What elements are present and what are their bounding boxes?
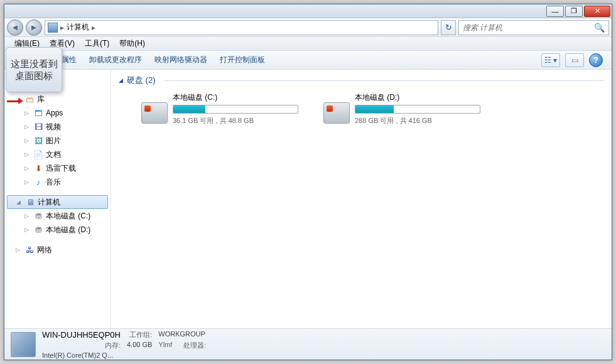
- menu-tools[interactable]: 工具(T): [85, 38, 109, 49]
- title-bar: — ❐ ✕: [4, 4, 612, 18]
- expand-icon: ▷: [24, 110, 31, 116]
- sidebar-item-music[interactable]: ▷ ♪ 音乐: [4, 175, 111, 189]
- cpu-value: Intel(R) Core(TM)2 Q...: [42, 351, 121, 359]
- sidebar-item-label: 音乐: [46, 177, 61, 188]
- computer-name: WIN-DUJHH5EQP0H: [42, 330, 121, 340]
- hard-disk-icon: [323, 102, 350, 124]
- disk-usage-bar: [173, 105, 298, 114]
- sidebar-item-label: 迅雷下载: [46, 163, 76, 174]
- expand-icon: ▷: [24, 227, 31, 233]
- view-options-button[interactable]: ☷ ▾: [541, 53, 560, 67]
- download-icon: ⬇: [33, 163, 43, 173]
- expand-icon: ▷: [24, 179, 31, 185]
- annotation-note: 这里没看到桌面图标: [6, 47, 62, 92]
- open-control-panel-button[interactable]: 打开控制面板: [220, 55, 265, 65]
- disk-icon: ⛃: [33, 225, 43, 235]
- breadcrumb-computer[interactable]: 计算机: [67, 22, 89, 33]
- explorer-window: — ❐ ✕ ◄ ► ▸ 计算机 ▸ ↻ 🔍 编辑(E) 查看(V) 工具(T) …: [4, 4, 612, 360]
- sidebar-item-label: Apps: [46, 109, 63, 117]
- memory-value: 4.00 GB: [127, 341, 152, 350]
- sidebar-item-apps[interactable]: ▷ 🗔 Apps: [4, 106, 111, 120]
- workgroup-value: WORKGROUP: [158, 330, 177, 340]
- address-bar[interactable]: ▸ 计算机 ▸: [45, 20, 438, 35]
- sidebar-item-network[interactable]: ▷ 🖧 网络: [4, 243, 111, 257]
- preview-pane-button[interactable]: ▭: [565, 53, 584, 67]
- search-icon[interactable]: 🔍: [594, 23, 605, 33]
- computer-large-icon: [11, 332, 36, 357]
- sidebar-item-disk-c[interactable]: ▷ ⛃ 本地磁盘 (C:): [4, 209, 111, 223]
- sidebar-item-label: 计算机: [38, 197, 60, 208]
- command-bar: 组织 ▾ 系统属性 卸载或更改程序 映射网络驱动器 打开控制面板 ☷ ▾ ▭ ?: [4, 51, 612, 70]
- video-icon: 🎞: [33, 122, 43, 132]
- nav-row: ◄ ► ▸ 计算机 ▸ ↻ 🔍: [4, 18, 612, 37]
- search-input[interactable]: [463, 23, 594, 32]
- documents-icon: 📄: [33, 149, 43, 159]
- drive-name: 本地磁盘 (D:): [355, 92, 487, 103]
- details-pane: WIN-DUJHH5EQP0H 工作组: WORKGROUP 内存: 4.00 …: [4, 328, 612, 360]
- computer-sub: Ylmf: [158, 341, 177, 350]
- menu-help[interactable]: 帮助(H): [119, 38, 145, 49]
- computer-icon: [48, 23, 58, 33]
- sidebar-item-label: 网络: [37, 245, 52, 255]
- drive-name: 本地磁盘 (C:): [173, 92, 305, 103]
- expand-icon: ▷: [16, 247, 22, 253]
- sidebar-item-disk-d[interactable]: ▷ ⛃ 本地磁盘 (D:): [4, 223, 111, 237]
- section-header-hdd[interactable]: ◢ 硬盘 (2): [119, 75, 604, 86]
- music-icon: ♪: [33, 177, 43, 187]
- cpu-label: 处理器:: [183, 341, 206, 350]
- maximize-button[interactable]: ❐: [565, 6, 583, 17]
- collapse-icon: ◢: [119, 77, 123, 83]
- sidebar-item-label: 库: [37, 94, 45, 105]
- expand-icon: ▷: [24, 151, 31, 158]
- breadcrumb-sep: ▸: [60, 23, 64, 32]
- sidebar-item-label: 视频: [46, 122, 61, 132]
- breadcrumb-sep: ▸: [92, 23, 95, 32]
- computer-icon: 🖥: [25, 197, 35, 207]
- expand-icon: ▷: [24, 165, 31, 171]
- expand-icon: ◢: [16, 199, 23, 205]
- hard-disk-icon: [141, 102, 168, 124]
- expand-icon: ▷: [24, 213, 31, 219]
- drive-item[interactable]: 本地磁盘 (C:)36.1 GB 可用 , 共 48.8 GB: [141, 92, 305, 126]
- sidebar-item-download[interactable]: ▷ ⬇ 迅雷下载: [4, 161, 111, 175]
- navigation-pane: ▷ ★ 收藏夹 ◢ 🗃 库 ▷ 🗔 Apps ▷ 🎞: [4, 70, 111, 328]
- menu-bar: 编辑(E) 查看(V) 工具(T) 帮助(H): [4, 37, 612, 51]
- section-title: 硬盘 (2): [127, 75, 156, 86]
- back-button[interactable]: ◄: [7, 19, 23, 36]
- refresh-button[interactable]: ↻: [441, 20, 456, 35]
- sidebar-item-video[interactable]: ▷ 🎞 视频: [4, 120, 111, 134]
- expand-icon: ▷: [24, 137, 31, 144]
- sidebar-item-label: 文档: [46, 149, 61, 160]
- disk-icon: ⛃: [33, 211, 43, 221]
- sidebar-item-label: 本地磁盘 (C:): [46, 211, 90, 222]
- annotation-arrow-icon: [7, 98, 22, 105]
- sidebar-item-label: 本地磁盘 (D:): [46, 225, 90, 235]
- memory-label: 内存:: [42, 341, 121, 350]
- network-icon: 🖧: [24, 245, 35, 255]
- minimize-button[interactable]: —: [546, 6, 564, 17]
- drive-item[interactable]: 本地磁盘 (D:)288 GB 可用 , 共 416 GB: [323, 92, 487, 126]
- sidebar-item-computer[interactable]: ◢ 🖥 计算机: [7, 195, 108, 209]
- close-button[interactable]: ✕: [584, 6, 610, 17]
- expand-icon: ▷: [24, 124, 31, 130]
- forward-button[interactable]: ►: [26, 19, 42, 36]
- uninstall-program-button[interactable]: 卸载或更改程序: [89, 55, 142, 65]
- help-icon[interactable]: ?: [589, 53, 603, 67]
- disk-usage-bar: [355, 105, 480, 114]
- workgroup-label: 工作组:: [127, 330, 152, 340]
- drive-stats: 36.1 GB 可用 , 共 48.8 GB: [173, 116, 305, 126]
- divider: [165, 80, 605, 81]
- map-network-drive-button[interactable]: 映射网络驱动器: [154, 55, 207, 65]
- search-box[interactable]: 🔍: [458, 20, 609, 35]
- sidebar-item-pictures[interactable]: ▷ 🖼 图片: [4, 134, 111, 147]
- drive-stats: 288 GB 可用 , 共 416 GB: [355, 116, 487, 126]
- sidebar-item-label: 图片: [46, 136, 61, 146]
- library-icon: 🗃: [24, 94, 35, 104]
- content-pane: ◢ 硬盘 (2) 本地磁盘 (C:)36.1 GB 可用 , 共 48.8 GB…: [111, 70, 612, 328]
- apps-icon: 🗔: [33, 108, 43, 118]
- pictures-icon: 🖼: [33, 136, 43, 146]
- sidebar-item-documents[interactable]: ▷ 📄 文档: [4, 147, 111, 161]
